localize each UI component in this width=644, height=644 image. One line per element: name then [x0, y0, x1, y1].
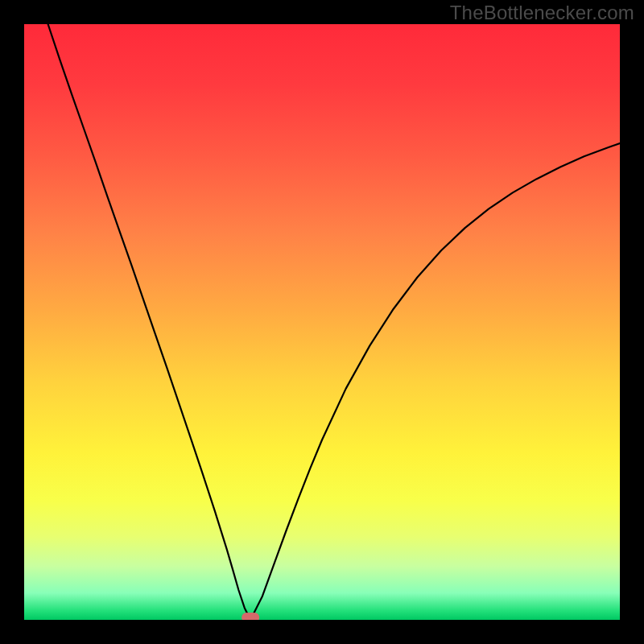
gradient-background — [24, 24, 620, 620]
minimum-marker — [242, 613, 259, 620]
chart-plot — [24, 24, 620, 620]
watermark-text: TheBottlenecker.com — [450, 2, 634, 24]
svg-rect-2 — [246, 613, 254, 620]
chart-frame: TheBottlenecker.com — [0, 0, 644, 644]
